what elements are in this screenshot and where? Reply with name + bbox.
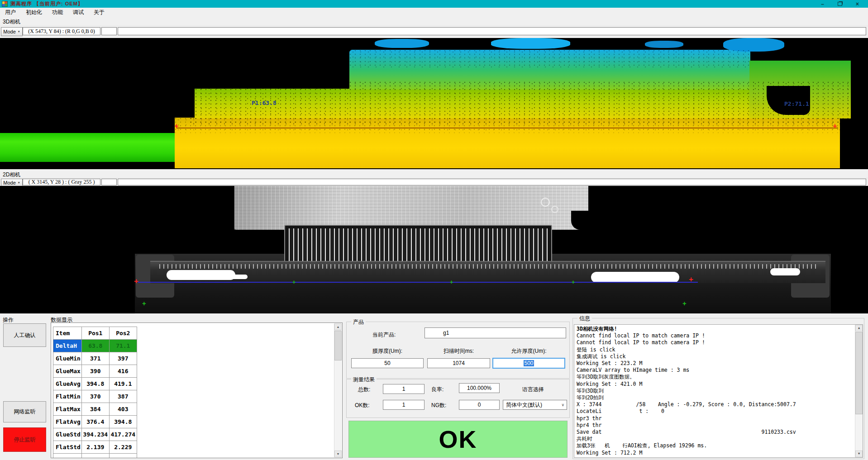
scan-time-input[interactable]: 1074 (427, 358, 490, 368)
table-cell: 71.1 (109, 340, 137, 352)
solder-highlight (770, 268, 800, 275)
solder-highlight (229, 275, 248, 279)
network-listen-button[interactable]: 网络监听 (3, 401, 46, 422)
log-scrollbar[interactable]: ▲ ▼ (855, 325, 863, 457)
camera2d-mode-button[interactable]: Mode ▼ (1, 179, 23, 186)
menu-item-debug[interactable]: 调试 (68, 8, 89, 17)
left-marker-cross-icon: + (134, 279, 138, 284)
camera3d-view[interactable]: P1:63.8 P2:71.1 + + (0, 38, 868, 169)
table-cell: FlatMax (53, 403, 82, 416)
camera2d-view[interactable]: + + + + + + + (0, 186, 868, 313)
table-cell: 2583.5 (81, 454, 109, 459)
table-row[interactable]: FlatAvg 376.4 394.8 (53, 416, 137, 428)
ng-count-input[interactable]: 0 (459, 400, 500, 410)
table-row[interactable]: GlueMax 390 416 (53, 365, 137, 378)
dropdown-arrow-icon: ▼ (18, 181, 20, 184)
table-row[interactable]: FlatMax 384 403 (53, 403, 137, 416)
menu-item-about[interactable]: 关于 (89, 8, 110, 17)
total-count-input[interactable]: 1 (383, 384, 424, 394)
table-cell: GlueMin (53, 352, 82, 365)
menu-bar: 用户 初始化 功能 调试 关于 (0, 8, 868, 17)
scan-time-label: 扫描时间ms: (427, 347, 490, 355)
table-cell: 376.4 (81, 416, 109, 428)
table-cell: GlueStd (53, 428, 82, 441)
language-select-label: 语言选择 (522, 386, 544, 394)
pcb-pad (541, 198, 550, 207)
scroll-up-icon[interactable]: ▲ (334, 323, 342, 330)
table-row[interactable]: FlatStd 2.139 2.229 (53, 441, 137, 454)
info-label: 信息 (577, 315, 592, 322)
table-cell: DeltaH (53, 340, 82, 352)
log-area[interactable]: 3D相机没有网络! Cannot find local IP to match … (574, 324, 863, 458)
right-marker-cross-icon: + (689, 277, 693, 282)
close-icon[interactable]: × (856, 0, 859, 8)
current-product-input[interactable]: g1 (424, 327, 566, 338)
log-line: 共耗时 (577, 436, 862, 442)
table-cell: FlatMin (53, 390, 82, 403)
center-marker-cross-icon: + (292, 280, 296, 285)
log-line: 等到3D取到灰度图数据。 (577, 374, 862, 380)
scroll-down-icon[interactable]: ▼ (334, 451, 342, 457)
scroll-down-icon[interactable]: ▼ (855, 451, 863, 457)
info-groupbox: 信息 3D相机没有网络! Cannot find local IP to mat… (572, 318, 864, 459)
column-header: Pos1 (81, 327, 109, 340)
allowed-thickness-label: 允许厚度(Um): (492, 347, 565, 355)
ok-count-input[interactable]: 1 (383, 400, 424, 410)
menu-item-init[interactable]: 初始化 (21, 8, 47, 17)
log-line: Save dat 9110233.csv (577, 429, 862, 436)
camera3d-mode-button[interactable]: Mode ▼ (1, 27, 23, 36)
language-dropdown[interactable]: 简体中文(默认) ∨ (503, 400, 567, 410)
product-label: 产品 (351, 318, 366, 326)
table-cell: 63.8 (81, 340, 109, 352)
pcb-notch (571, 211, 588, 230)
pcb-traces (234, 186, 588, 230)
result-status-banner: OK (348, 421, 568, 458)
log-line: Working Set : 421.0 M (577, 381, 862, 388)
manual-confirm-button[interactable]: 人工确认 (3, 323, 46, 347)
table-row[interactable]: GlueMin 371 397 (53, 352, 137, 365)
restore-glyph (838, 2, 842, 6)
camera3d-status-strip (118, 27, 866, 35)
heightmap-noise-overlay (175, 118, 840, 133)
table-row[interactable]: GlueAvg 394.8 419.1 (53, 378, 137, 390)
combo-arrow-icon: ∨ (561, 403, 564, 407)
yield-input[interactable]: 100.000% (459, 383, 500, 393)
menu-item-function[interactable]: 功能 (47, 8, 68, 17)
table-cell: FlatAvg (53, 416, 82, 428)
table-scrollbar[interactable]: ▲ ▼ (334, 323, 342, 457)
log-line: 3D相机没有网络! (577, 326, 862, 332)
log-line: Working Set : 712.2 M (577, 450, 862, 456)
camera3d-label: 3D相机 (3, 18, 20, 26)
log-line: LocateLi t : 0 (577, 408, 862, 415)
selected-input-text: 500 (524, 360, 534, 366)
dropdown-arrow-icon: ▼ (18, 30, 20, 33)
heightmap-blue-blob (645, 41, 683, 48)
mode-button-label: Mode (3, 180, 16, 185)
camera3d-mode-bar: Mode ▼ (X 5473, Y 84) : (R 0,G 0,B 0) (0, 26, 868, 37)
scrollbar-thumb[interactable] (334, 331, 342, 360)
solder-highlight-left (167, 270, 235, 280)
table-cell: 2.229 (109, 441, 137, 454)
total-count-label: 总数: (358, 386, 370, 394)
table-row[interactable]: FlatMin 370 387 (53, 390, 137, 403)
center-marker-cross-icon: + (572, 280, 575, 285)
camera3d-coordinate-readout: (X 5473, Y 84) : (R 0,G 0,B 0) (23, 27, 100, 35)
stop-listen-button[interactable]: 停止监听 (3, 427, 46, 452)
table-row[interactable]: X 2583.5 7966.7 (53, 454, 137, 459)
yield-label: 良率: (431, 386, 444, 394)
table-cell: 397 (109, 352, 137, 365)
log-line: 等到3D取到 (577, 388, 862, 394)
table-cell: 371 (81, 352, 109, 365)
menu-item-user[interactable]: 用户 (0, 8, 21, 17)
language-dropdown-value: 简体中文(默认) (506, 401, 542, 409)
scroll-up-icon[interactable]: ▲ (855, 325, 863, 332)
table-row[interactable]: DeltaH 63.8 71.1 (53, 340, 137, 352)
film-thickness-input[interactable]: 50 (351, 358, 424, 368)
allowed-thickness-input[interactable]: 500 (492, 358, 565, 369)
scrollbar-thumb[interactable] (855, 332, 863, 414)
table-row[interactable]: GlueStd 394.234 417.274 (53, 428, 137, 441)
restore-icon[interactable] (838, 0, 842, 8)
log-line: 登陆 is click (577, 346, 862, 353)
minimize-icon[interactable]: – (821, 0, 824, 8)
camera2d-coordinate-readout: ( X 3145, Y 28 ) : ( Gray 255 ) (23, 179, 100, 185)
